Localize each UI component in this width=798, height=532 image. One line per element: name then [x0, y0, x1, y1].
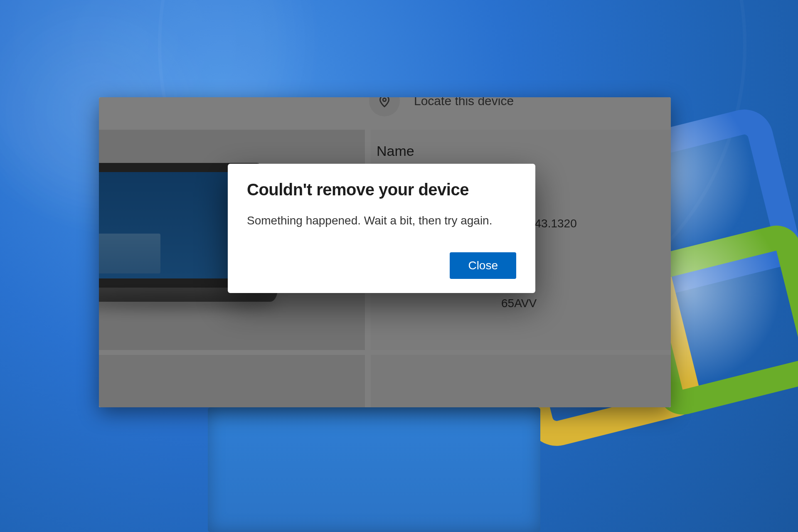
error-dialog: Couldn't remove your device Something ha…	[228, 164, 535, 293]
secondary-panel	[208, 407, 540, 532]
dialog-message: Something happened. Wait a bit, then try…	[247, 214, 516, 227]
settings-window: Locate this device Name 9 .19043.1320 5 …	[99, 97, 671, 407]
close-button[interactable]: Close	[450, 252, 516, 279]
dialog-title: Couldn't remove your device	[247, 180, 516, 199]
desktop-wallpaper: Locate this device Name 9 .19043.1320 5 …	[0, 0, 798, 532]
